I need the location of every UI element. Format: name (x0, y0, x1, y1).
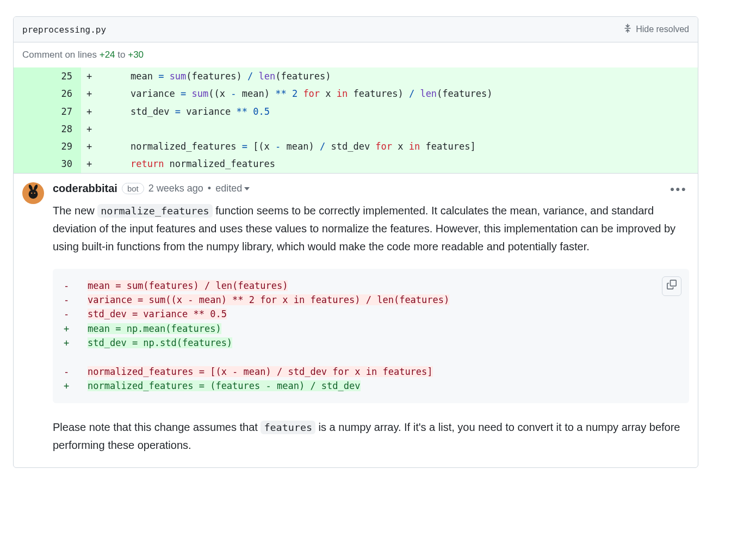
code-line: mean = sum(features) / len(features) (97, 67, 698, 85)
text-segment: Please note that this change assumes tha… (53, 421, 261, 433)
line-range-header: Comment on lines +24 to +30 (14, 42, 698, 67)
svg-point-3 (31, 193, 32, 194)
suggestion-removed-line: -mean = sum(features) / len(features) (61, 279, 680, 293)
code-line (97, 120, 698, 138)
unfold-icon (623, 23, 633, 35)
rabbit-icon (25, 184, 41, 202)
diff-marker: + (81, 138, 97, 155)
line-number[interactable]: 29 (14, 138, 81, 155)
comment-timestamp[interactable]: 2 weeks ago (148, 183, 203, 194)
suggestion-removed-line: -normalized_features = [(x - mean) / std… (61, 365, 680, 379)
diff-sign: + (61, 336, 85, 350)
suggestion-code: variance = sum((x - mean) ** 2 for x in … (85, 293, 680, 307)
hide-resolved-button[interactable]: Hide resolved (623, 23, 689, 35)
suggestion-code: mean = np.mean(features) (85, 322, 680, 336)
diff-row: 25+ mean = sum(features) / len(features) (14, 67, 698, 85)
suggestion-code: mean = sum(features) / len(features) (85, 279, 680, 293)
diff-sign: + (61, 379, 85, 393)
diff-sign: - (61, 307, 85, 321)
review-thread: preprocessing.py Hide resolved Comment o… (13, 16, 698, 468)
suggestion-removed-line: -variance = sum((x - mean) ** 2 for x in… (61, 293, 680, 307)
file-name: preprocessing.py (22, 24, 106, 35)
comment: coderabbitai bot 2 weeks ago • edited ●●… (14, 174, 698, 467)
suggestion-code: normalized_features = [(x - mean) / std_… (85, 365, 680, 379)
comment-actions-menu[interactable]: ●●● (668, 182, 689, 195)
suggestion-added-line: +normalized_features = (features - mean)… (61, 379, 680, 393)
line-range-mid: to (115, 50, 128, 60)
code-line: variance = sum((x - mean) ** 2 for x in … (97, 85, 698, 102)
comment-paragraph-1: The new normalize_features function seem… (53, 202, 689, 256)
diff-row: 28+ (14, 120, 698, 138)
comment-body: coderabbitai bot 2 weeks ago • edited ●●… (53, 182, 689, 467)
diff-row: 30+ return normalized_features (14, 155, 698, 173)
diff-marker: + (81, 155, 97, 173)
diff-marker: + (81, 120, 97, 138)
edited-dropdown[interactable]: edited (215, 183, 250, 194)
comment-author[interactable]: coderabbitai (53, 182, 117, 195)
diff-row: 29+ normalized_features = [(x - mean) / … (14, 138, 698, 155)
comment-meta: coderabbitai bot 2 weeks ago • edited ●●… (53, 182, 689, 195)
svg-point-2 (29, 190, 38, 199)
bot-badge: bot (122, 183, 144, 194)
line-number[interactable]: 26 (14, 85, 81, 102)
avatar[interactable] (22, 182, 44, 204)
code-line: normalized_features = [(x - mean) / std_… (97, 138, 698, 155)
line-range-start: +24 (100, 50, 115, 60)
code-line: std_dev = variance ** 0.5 (97, 103, 698, 120)
line-range-end: +30 (128, 50, 144, 60)
diff-sign: - (61, 279, 85, 293)
meta-separator: • (208, 183, 211, 194)
line-number[interactable]: 28 (14, 120, 81, 138)
hide-resolved-label: Hide resolved (636, 24, 689, 34)
suggestion-removed-line: -std_dev = variance ** 0.5 (61, 307, 680, 321)
suggestion-code: std_dev = variance ** 0.5 (85, 307, 680, 321)
inline-code: features (261, 421, 315, 434)
caret-down-icon (244, 187, 250, 190)
diff-sign: - (61, 293, 85, 307)
suggestion-blank-line (61, 350, 680, 365)
file-header: preprocessing.py Hide resolved (14, 17, 698, 42)
diff-row: 26+ variance = sum((x - mean) ** 2 for x… (14, 85, 698, 102)
svg-point-4 (34, 193, 35, 194)
copy-button[interactable] (662, 276, 681, 296)
line-number[interactable]: 30 (14, 155, 81, 173)
suggestion-block: -mean = sum(features) / len(features)-va… (53, 269, 689, 403)
suggestion-code: std_dev = np.std(features) (85, 336, 680, 350)
diff-row: 27+ std_dev = variance ** 0.5 (14, 103, 698, 120)
diff-marker: + (81, 67, 97, 85)
diff-marker: + (81, 85, 97, 102)
line-number[interactable]: 27 (14, 103, 81, 120)
diff-sign: + (61, 322, 85, 336)
suggestion-added-line: +mean = np.mean(features) (61, 322, 680, 336)
copy-icon (667, 279, 677, 293)
comment-paragraph-2: Please note that this change assumes tha… (53, 418, 689, 454)
diff-marker: + (81, 103, 97, 120)
inline-code: normalize_features (97, 204, 212, 218)
text-segment: The new (53, 205, 97, 217)
edited-label: edited (215, 183, 242, 194)
line-range-prefix: Comment on lines (22, 50, 100, 60)
diff-sign: - (61, 365, 85, 379)
suggestion-code: normalized_features = (features - mean) … (85, 379, 680, 393)
diff-table: 25+ mean = sum(features) / len(features)… (14, 67, 698, 174)
suggestion-added-line: +std_dev = np.std(features) (61, 336, 680, 350)
code-line: return normalized_features (97, 155, 698, 173)
line-number[interactable]: 25 (14, 67, 81, 85)
